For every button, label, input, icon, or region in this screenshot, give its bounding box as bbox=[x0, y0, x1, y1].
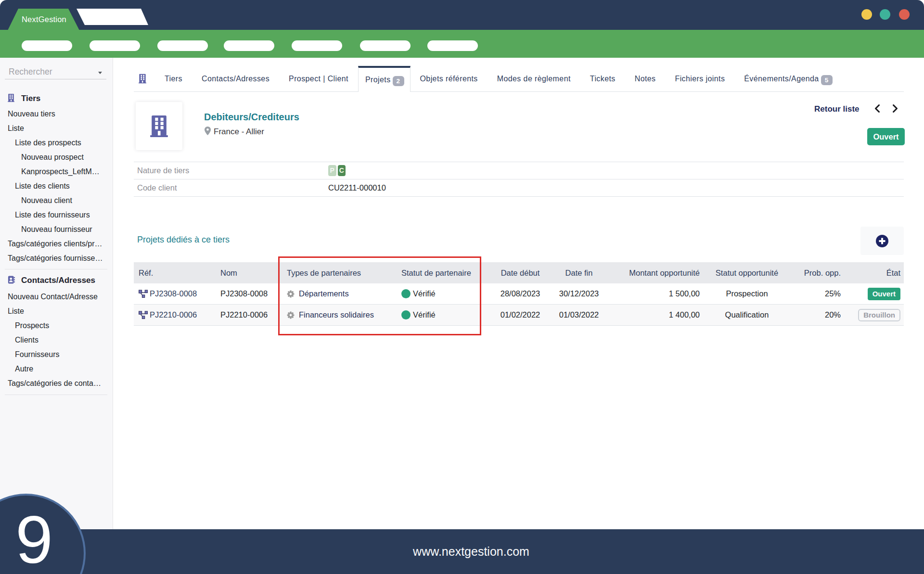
col-header-date-fin[interactable]: Date fin bbox=[557, 268, 601, 278]
window-maximize-dot[interactable] bbox=[880, 9, 890, 20]
brand-name: NextGestion bbox=[8, 15, 66, 24]
sidebar-item-prospects[interactable]: Prospects bbox=[0, 319, 113, 333]
sidebar-item-liste-contacts[interactable]: Liste bbox=[0, 304, 113, 319]
tab-modes-de-reglement[interactable]: Modes de règlement bbox=[488, 66, 580, 91]
partner-status: Vérifié bbox=[413, 289, 436, 298]
sidebar-item-nouveau-fournisseur[interactable]: Nouveau fournisseur bbox=[0, 222, 113, 237]
sidebar-section-title: Tiers bbox=[21, 94, 40, 103]
date-debut: 01/02/2022 bbox=[483, 310, 557, 319]
col-header-types-partenaires[interactable]: Types de partenaires bbox=[282, 268, 397, 278]
gear-icon bbox=[287, 290, 295, 298]
montant-opportunite: 1 400,00 bbox=[601, 310, 705, 319]
sidebar-item-kanprospects[interactable]: Kanprospects_LeftM… bbox=[0, 165, 113, 179]
sidebar-item-clients[interactable]: Clients bbox=[0, 333, 113, 347]
col-header-ref[interactable]: Réf. bbox=[134, 268, 216, 278]
search-input[interactable] bbox=[5, 62, 106, 79]
etat-badge-ouvert[interactable]: Ouvert bbox=[868, 288, 900, 300]
sidebar-item-tags-contacts[interactable]: Tags/catégories de conta… bbox=[0, 376, 113, 391]
window-close-dot[interactable] bbox=[899, 9, 910, 20]
sidebar-item-liste-des-clients[interactable]: Liste des clients bbox=[0, 179, 113, 193]
col-header-statut-partenaire[interactable]: Statut de partenaire bbox=[397, 268, 483, 278]
menu-pill-6[interactable] bbox=[360, 40, 411, 51]
tab-fichiers-joints[interactable]: Fichiers joints bbox=[665, 66, 734, 91]
location-pin-icon bbox=[205, 127, 211, 137]
menu-pill-4[interactable] bbox=[224, 40, 274, 51]
next-record-button[interactable] bbox=[892, 104, 898, 115]
sidebar-search bbox=[5, 62, 106, 79]
tab-evenements-agenda[interactable]: Événements/Agenda 5 bbox=[734, 66, 842, 91]
sidebar-section-contacts: Contacts/Adresses bbox=[0, 276, 113, 285]
menu-pill-3[interactable] bbox=[157, 40, 208, 51]
previous-record-button[interactable] bbox=[874, 104, 881, 115]
main-menu-bar bbox=[0, 30, 924, 58]
tab-tiers[interactable]: Tiers bbox=[155, 66, 192, 91]
building-icon bbox=[8, 94, 14, 104]
nature-badge-prospect: P bbox=[328, 165, 336, 176]
back-to-list-link[interactable]: Retour liste bbox=[814, 104, 860, 114]
prob-opp: 25% bbox=[789, 289, 846, 298]
add-project-button[interactable] bbox=[860, 227, 904, 255]
sidebar-divider bbox=[5, 395, 107, 395]
table-row[interactable]: PJ2210-0006 PJ2210-0006 Financeurs solid… bbox=[134, 305, 904, 326]
tab-objets-referents[interactable]: Objets référents bbox=[411, 66, 488, 91]
title-bar: NextGestion bbox=[0, 0, 924, 30]
sidebar-section-tiers: Tiers bbox=[0, 94, 113, 103]
project-ref-link[interactable]: PJ2210-0006 bbox=[150, 310, 197, 319]
footer-website-url: www.nextgestion.com bbox=[413, 529, 529, 574]
tab-prospect-client[interactable]: Prospect | Client bbox=[279, 66, 358, 91]
sidebar-item-nouveau-prospect[interactable]: Nouveau prospect bbox=[0, 150, 113, 165]
project-diagram-icon bbox=[139, 311, 148, 319]
tab-tickets[interactable]: Tickets bbox=[580, 66, 625, 91]
etat-badge-brouillon[interactable]: Brouillon bbox=[858, 309, 900, 321]
date-fin: 01/03/2022 bbox=[557, 310, 601, 319]
col-header-prob-opp[interactable]: Prob. opp. bbox=[789, 268, 846, 278]
record-status-button[interactable]: Ouvert bbox=[867, 128, 905, 145]
sidebar-item-nouveau-client[interactable]: Nouveau client bbox=[0, 193, 113, 208]
sidebar-item-nouveau-contact[interactable]: Nouveau Contact/Adresse bbox=[0, 290, 113, 304]
sidebar-item-tags-clients[interactable]: Tags/catégories clients/pr… bbox=[0, 237, 113, 251]
sidebar-item-fournisseurs[interactable]: Fournisseurs bbox=[0, 347, 113, 362]
sidebar-section-title: Contacts/Adresses bbox=[21, 276, 95, 285]
tab-projets[interactable]: Projets 2 bbox=[358, 66, 411, 92]
building-icon bbox=[150, 115, 168, 137]
tab-tiers-home[interactable] bbox=[134, 66, 155, 91]
building-icon bbox=[139, 74, 146, 84]
project-ref-link[interactable]: PJ2308-0008 bbox=[150, 289, 197, 298]
field-value: CU2211-000010 bbox=[328, 183, 386, 192]
record-title: Debiteurs/Crediteurs bbox=[204, 112, 299, 123]
statut-opportunite: Qualification bbox=[705, 310, 789, 319]
sidebar-item-liste-des-fournisseurs[interactable]: Liste des fournisseurs bbox=[0, 208, 113, 222]
tab-notes[interactable]: Notes bbox=[625, 66, 666, 91]
menu-pill-1[interactable] bbox=[22, 40, 72, 51]
menu-pill-7[interactable] bbox=[427, 40, 478, 51]
address-book-icon bbox=[8, 276, 15, 286]
menu-pill-2[interactable] bbox=[90, 40, 140, 51]
partner-type: Financeurs solidaires bbox=[299, 310, 374, 319]
tab-agenda-count-badge: 5 bbox=[821, 75, 833, 85]
page-number: 9 bbox=[15, 506, 53, 574]
col-header-nom[interactable]: Nom bbox=[216, 268, 282, 278]
sidebar-item-tags-fournisseurs[interactable]: Tags/catégories fournisse… bbox=[0, 251, 113, 266]
record-tabbar: Tiers Contacts/Adresses Prospect | Clien… bbox=[134, 66, 904, 92]
col-header-etat[interactable]: État bbox=[846, 268, 904, 278]
menu-pill-5[interactable] bbox=[292, 40, 342, 51]
table-row[interactable]: PJ2308-0008 PJ2308-0008 Départements Vér… bbox=[134, 283, 904, 305]
tab-contacts-adresses[interactable]: Contacts/Adresses bbox=[192, 66, 279, 91]
col-header-date-debut[interactable]: Date début bbox=[483, 268, 557, 278]
date-debut: 28/08/2023 bbox=[483, 289, 557, 298]
partner-type: Départements bbox=[299, 289, 349, 298]
status-dot-icon bbox=[401, 289, 411, 298]
window-minimize-dot[interactable] bbox=[861, 9, 872, 20]
sidebar-item-liste-tiers[interactable]: Liste bbox=[0, 121, 113, 136]
brand-slash-decoration bbox=[77, 9, 148, 25]
chevron-down-icon[interactable] bbox=[98, 72, 102, 74]
sidebar-item-liste-des-prospects[interactable]: Liste des prospects bbox=[0, 136, 113, 150]
field-row-code-client: Code client CU2211-000010 bbox=[134, 179, 904, 197]
col-header-montant[interactable]: Montant opportunité bbox=[601, 268, 705, 278]
sidebar-item-nouveau-tiers[interactable]: Nouveau tiers bbox=[0, 107, 113, 121]
sidebar-item-autre[interactable]: Autre bbox=[0, 362, 113, 376]
projects-table: Réf. Nom Types de partenaires Statut de … bbox=[134, 262, 904, 326]
page: NextGestion Tiers Nouveau tiers Liste bbox=[0, 0, 924, 574]
nature-badge-client: C bbox=[338, 165, 346, 176]
col-header-statut-opportunite[interactable]: Statut opportunité bbox=[705, 268, 789, 278]
